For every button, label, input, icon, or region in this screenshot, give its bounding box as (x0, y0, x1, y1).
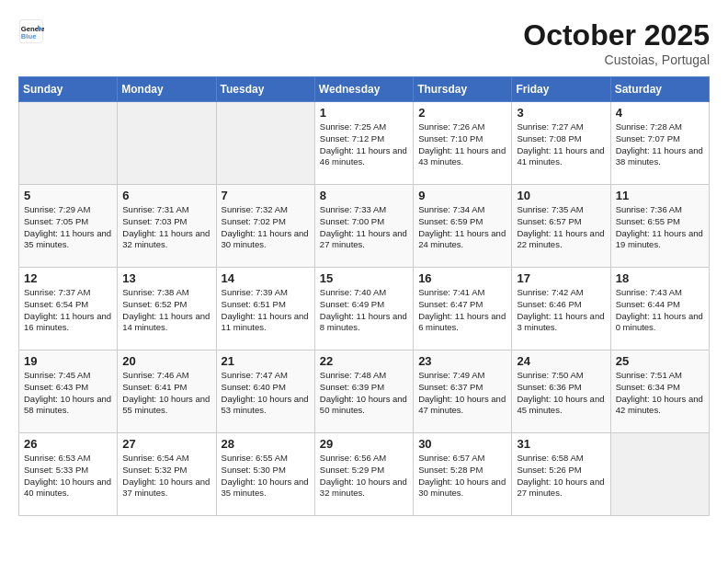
sunset: Sunset: 6:39 PM (320, 382, 384, 392)
day-info: Sunrise: 7:29 AM Sunset: 7:05 PM Dayligh… (24, 204, 112, 251)
day-number: 18 (616, 271, 704, 285)
day-info: Sunrise: 7:45 AM Sunset: 6:43 PM Dayligh… (24, 370, 112, 417)
day-number: 1 (320, 106, 408, 120)
weekday-header-row: SundayMondayTuesdayWednesdayThursdayFrid… (19, 77, 710, 102)
weekday-header-thursday: Thursday (414, 77, 512, 102)
day-info: Sunrise: 6:58 AM Sunset: 5:26 PM Dayligh… (517, 453, 605, 500)
sunrise: Sunrise: 6:57 AM (418, 453, 484, 463)
calendar-cell: 6 Sunrise: 7:31 AM Sunset: 7:03 PM Dayli… (118, 185, 216, 268)
day-info: Sunrise: 7:26 AM Sunset: 7:10 PM Dayligh… (418, 121, 506, 168)
day-number: 2 (418, 106, 506, 120)
daylight: Daylight: 10 hours and 30 minutes. (418, 477, 506, 499)
day-number: 20 (122, 354, 210, 368)
daylight: Daylight: 11 hours and 3 minutes. (517, 311, 604, 333)
calendar-cell: 2 Sunrise: 7:26 AM Sunset: 7:10 PM Dayli… (414, 102, 512, 185)
day-number: 4 (616, 106, 704, 120)
sunset: Sunset: 7:08 PM (517, 133, 581, 144)
calendar-cell: 1 Sunrise: 7:25 AM Sunset: 7:12 PM Dayli… (314, 102, 413, 185)
sunrise: Sunrise: 7:28 AM (616, 121, 682, 132)
daylight: Daylight: 11 hours and 38 minutes. (616, 145, 703, 167)
calendar-cell: 19 Sunrise: 7:45 AM Sunset: 6:43 PM Dayl… (19, 350, 118, 433)
day-info: Sunrise: 6:54 AM Sunset: 5:32 PM Dayligh… (122, 453, 210, 500)
day-number: 8 (320, 189, 408, 202)
day-number: 25 (616, 354, 704, 368)
sunset: Sunset: 6:54 PM (24, 299, 88, 309)
month-title: October 2025 (523, 18, 710, 52)
calendar-cell (19, 102, 118, 185)
sunset: Sunset: 6:49 PM (320, 299, 384, 309)
day-number: 31 (517, 437, 605, 451)
daylight: Daylight: 10 hours and 58 minutes. (24, 394, 111, 416)
calendar-cell (118, 102, 216, 185)
day-number: 7 (222, 189, 310, 202)
day-number: 10 (517, 189, 605, 202)
daylight: Daylight: 10 hours and 50 minutes. (320, 394, 407, 416)
day-number: 14 (222, 271, 310, 285)
calendar-cell: 15 Sunrise: 7:40 AM Sunset: 6:49 PM Dayl… (314, 268, 413, 350)
calendar-cell: 8 Sunrise: 7:33 AM Sunset: 7:00 PM Dayli… (314, 185, 413, 268)
week-row-2: 5 Sunrise: 7:29 AM Sunset: 7:05 PM Dayli… (19, 185, 710, 268)
calendar-cell (216, 102, 314, 185)
daylight: Daylight: 11 hours and 27 minutes. (320, 228, 407, 250)
sunrise: Sunrise: 6:58 AM (517, 453, 583, 463)
day-number: 27 (122, 437, 210, 451)
day-info: Sunrise: 7:41 AM Sunset: 6:47 PM Dayligh… (418, 287, 506, 334)
day-number: 17 (517, 271, 605, 285)
sunset: Sunset: 6:57 PM (517, 216, 581, 226)
sunrise: Sunrise: 7:40 AM (320, 287, 386, 297)
weekday-header-saturday: Saturday (610, 77, 709, 102)
day-info: Sunrise: 7:40 AM Sunset: 6:49 PM Dayligh… (320, 287, 408, 334)
sunrise: Sunrise: 7:31 AM (122, 204, 188, 214)
daylight: Daylight: 11 hours and 16 minutes. (24, 311, 111, 333)
sunrise: Sunrise: 7:51 AM (616, 370, 682, 380)
week-row-1: 1 Sunrise: 7:25 AM Sunset: 7:12 PM Dayli… (19, 102, 710, 185)
sunrise: Sunrise: 7:27 AM (517, 121, 583, 132)
logo: General Blue (18, 18, 44, 44)
sunrise: Sunrise: 7:32 AM (222, 204, 288, 214)
sunrise: Sunrise: 7:39 AM (222, 287, 288, 297)
day-number: 12 (24, 271, 112, 285)
daylight: Daylight: 10 hours and 55 minutes. (122, 394, 210, 416)
location: Custoias, Portugal (523, 52, 710, 67)
svg-text:Blue: Blue (21, 32, 37, 40)
sunrise: Sunrise: 7:46 AM (122, 370, 188, 380)
calendar-cell: 7 Sunrise: 7:32 AM Sunset: 7:02 PM Dayli… (216, 185, 314, 268)
calendar-table: SundayMondayTuesdayWednesdayThursdayFrid… (18, 76, 710, 516)
calendar-cell: 25 Sunrise: 7:51 AM Sunset: 6:34 PM Dayl… (610, 350, 709, 433)
day-info: Sunrise: 6:57 AM Sunset: 5:28 PM Dayligh… (418, 453, 506, 500)
sunrise: Sunrise: 6:53 AM (24, 453, 90, 463)
week-row-4: 19 Sunrise: 7:45 AM Sunset: 6:43 PM Dayl… (19, 350, 710, 433)
daylight: Daylight: 10 hours and 37 minutes. (122, 477, 210, 499)
day-info: Sunrise: 6:56 AM Sunset: 5:29 PM Dayligh… (320, 453, 408, 500)
calendar-cell: 24 Sunrise: 7:50 AM Sunset: 6:36 PM Dayl… (512, 350, 610, 433)
sunset: Sunset: 6:52 PM (122, 299, 187, 309)
daylight: Daylight: 10 hours and 47 minutes. (418, 394, 506, 416)
daylight: Daylight: 11 hours and 0 minutes. (616, 311, 703, 333)
sunrise: Sunrise: 7:25 AM (320, 121, 386, 132)
day-number: 3 (517, 106, 605, 120)
sunset: Sunset: 5:29 PM (320, 465, 384, 475)
sunset: Sunset: 6:51 PM (222, 299, 286, 309)
sunset: Sunset: 5:30 PM (222, 465, 286, 475)
day-number: 11 (616, 189, 704, 202)
calendar-cell: 12 Sunrise: 7:37 AM Sunset: 6:54 PM Dayl… (19, 268, 118, 350)
day-info: Sunrise: 7:33 AM Sunset: 7:00 PM Dayligh… (320, 204, 408, 251)
day-info: Sunrise: 7:28 AM Sunset: 7:07 PM Dayligh… (616, 121, 704, 168)
day-info: Sunrise: 7:38 AM Sunset: 6:52 PM Dayligh… (122, 287, 210, 334)
day-info: Sunrise: 7:37 AM Sunset: 6:54 PM Dayligh… (24, 287, 112, 334)
day-info: Sunrise: 6:55 AM Sunset: 5:30 PM Dayligh… (222, 453, 310, 500)
sunset: Sunset: 5:28 PM (418, 465, 483, 475)
daylight: Daylight: 11 hours and 11 minutes. (222, 311, 309, 333)
day-number: 24 (517, 354, 605, 368)
sunset: Sunset: 6:47 PM (418, 299, 483, 309)
calendar-cell: 4 Sunrise: 7:28 AM Sunset: 7:07 PM Dayli… (610, 102, 709, 185)
day-info: Sunrise: 7:31 AM Sunset: 7:03 PM Dayligh… (122, 204, 210, 251)
sunset: Sunset: 6:44 PM (616, 299, 680, 309)
weekday-header-friday: Friday (512, 77, 610, 102)
calendar-cell (610, 433, 709, 516)
sunset: Sunset: 6:59 PM (418, 216, 483, 226)
day-number: 29 (320, 437, 408, 451)
daylight: Daylight: 11 hours and 22 minutes. (517, 228, 604, 250)
sunset: Sunset: 5:26 PM (517, 465, 581, 475)
sunset: Sunset: 6:41 PM (122, 382, 187, 392)
